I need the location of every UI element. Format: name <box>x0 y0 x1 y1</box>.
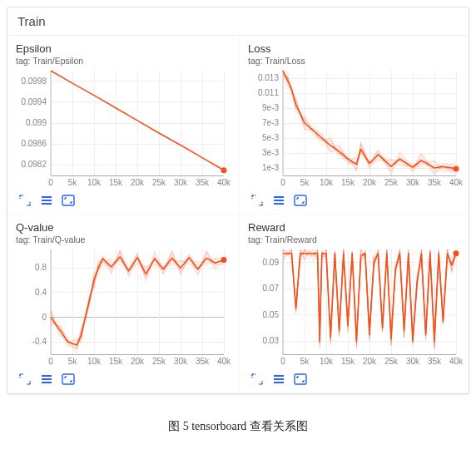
chart-toolbar <box>16 369 231 388</box>
chart-cell-qvalue[interactable]: Q-valuetag: Train/Q-value-0.400.40.805k1… <box>7 215 239 393</box>
svg-text:7e-3: 7e-3 <box>262 118 279 127</box>
svg-text:0.07: 0.07 <box>263 284 280 293</box>
charts-grid: Epsilontag: Train/Epsilon0.09820.09860.0… <box>7 36 469 393</box>
chart-svg: 0.09820.09860.0990.09940.099805k10k15k20… <box>16 66 231 190</box>
svg-point-66 <box>454 165 459 171</box>
svg-text:25k: 25k <box>384 357 399 366</box>
svg-text:0.0998: 0.0998 <box>21 77 47 86</box>
svg-text:35k: 35k <box>196 357 210 366</box>
svg-text:0: 0 <box>280 357 285 366</box>
svg-text:40k: 40k <box>449 357 463 366</box>
svg-text:30k: 30k <box>406 357 420 366</box>
svg-text:10k: 10k <box>320 178 334 187</box>
svg-text:10k: 10k <box>87 178 102 187</box>
fullscreen-icon[interactable] <box>293 373 308 386</box>
chart-svg: -0.400.40.805k10k15k20k25k30k35k40k <box>16 244 231 369</box>
svg-text:5k: 5k <box>300 357 310 366</box>
svg-text:20k: 20k <box>131 357 145 366</box>
svg-text:35k: 35k <box>428 357 442 366</box>
list-icon[interactable] <box>271 194 286 207</box>
chart-title: Q-value <box>16 221 231 234</box>
svg-text:35k: 35k <box>428 178 442 187</box>
chart-toolbar <box>16 190 231 209</box>
svg-text:0.011: 0.011 <box>258 88 279 97</box>
chart-svg: 0.030.050.070.0905k10k15k20k25k30k35k40k <box>248 244 463 369</box>
svg-text:5k: 5k <box>300 178 310 187</box>
train-panel: Train Epsilontag: Train/Epsilon0.09820.0… <box>7 7 469 394</box>
list-icon[interactable] <box>271 373 286 386</box>
chart-svg: 1e-33e-35e-37e-39e-30.0110.01305k10k15k2… <box>248 66 463 190</box>
svg-text:-0.4: -0.4 <box>32 337 47 346</box>
svg-text:3e-3: 3e-3 <box>262 148 279 157</box>
svg-text:30k: 30k <box>174 357 188 366</box>
svg-text:0.0982: 0.0982 <box>21 160 47 169</box>
svg-text:30k: 30k <box>174 178 188 187</box>
svg-rect-97 <box>62 374 74 384</box>
svg-text:10k: 10k <box>87 357 102 366</box>
svg-text:0.099: 0.099 <box>26 118 47 127</box>
chart-title: Reward <box>248 221 463 234</box>
fullscreen-icon[interactable] <box>61 194 76 207</box>
chart-cell-epsilon[interactable]: Epsilontag: Train/Epsilon0.09820.09860.0… <box>7 36 239 215</box>
panel-title: Train <box>7 7 469 36</box>
expand-icon[interactable] <box>17 194 32 207</box>
svg-text:10k: 10k <box>320 357 334 366</box>
svg-text:40k: 40k <box>449 178 463 187</box>
expand-icon[interactable] <box>250 194 265 207</box>
svg-text:40k: 40k <box>217 178 231 187</box>
svg-text:1e-3: 1e-3 <box>262 163 279 172</box>
chart-toolbar <box>248 190 463 209</box>
svg-rect-127 <box>295 374 306 384</box>
svg-text:0.03: 0.03 <box>263 336 280 345</box>
chart-title: Loss <box>248 42 463 55</box>
fullscreen-icon[interactable] <box>293 194 308 207</box>
svg-text:15k: 15k <box>109 178 123 187</box>
svg-text:5k: 5k <box>68 178 78 187</box>
svg-text:0: 0 <box>48 178 53 187</box>
svg-text:35k: 35k <box>196 178 210 187</box>
svg-text:0.013: 0.013 <box>258 73 279 82</box>
svg-text:0.0994: 0.0994 <box>21 97 47 106</box>
svg-text:0.09: 0.09 <box>263 258 280 267</box>
list-icon[interactable] <box>39 194 54 207</box>
svg-text:25k: 25k <box>152 357 166 366</box>
svg-point-126 <box>454 250 459 256</box>
figure-caption: 图 5 tensorboard 查看关系图 <box>0 401 476 446</box>
svg-text:20k: 20k <box>363 178 377 187</box>
svg-point-96 <box>221 257 227 263</box>
svg-text:20k: 20k <box>131 178 145 187</box>
svg-text:25k: 25k <box>152 178 166 187</box>
svg-text:5e-3: 5e-3 <box>262 133 279 142</box>
svg-text:15k: 15k <box>341 178 355 187</box>
svg-text:0.0986: 0.0986 <box>21 139 47 148</box>
fullscreen-icon[interactable] <box>61 373 76 386</box>
list-icon[interactable] <box>39 373 54 386</box>
svg-text:30k: 30k <box>406 178 420 187</box>
svg-point-30 <box>221 167 227 173</box>
svg-text:5k: 5k <box>68 357 78 366</box>
svg-text:25k: 25k <box>384 178 399 187</box>
chart-cell-reward[interactable]: Rewardtag: Train/Reward0.030.050.070.090… <box>239 215 471 393</box>
expand-icon[interactable] <box>250 373 265 386</box>
chart-tag: tag: Train/Loss <box>248 56 463 66</box>
chart-tag: tag: Train/Reward <box>248 234 463 244</box>
svg-text:0.4: 0.4 <box>35 288 47 297</box>
chart-cell-loss[interactable]: Losstag: Train/Loss1e-33e-35e-37e-39e-30… <box>239 36 471 215</box>
svg-text:0.8: 0.8 <box>35 263 47 272</box>
svg-text:0: 0 <box>42 313 47 322</box>
chart-title: Epsilon <box>16 42 231 55</box>
chart-tag: tag: Train/Q-value <box>16 234 231 244</box>
svg-rect-67 <box>295 195 306 205</box>
chart-tag: tag: Train/Epsilon <box>16 56 231 66</box>
svg-text:0: 0 <box>280 178 285 187</box>
svg-text:15k: 15k <box>109 357 123 366</box>
svg-rect-31 <box>62 195 74 205</box>
svg-text:15k: 15k <box>341 357 355 366</box>
svg-text:0.05: 0.05 <box>263 310 280 319</box>
svg-text:40k: 40k <box>217 357 231 366</box>
expand-icon[interactable] <box>17 373 32 386</box>
svg-text:20k: 20k <box>363 357 377 366</box>
svg-text:9e-3: 9e-3 <box>262 103 279 112</box>
svg-text:0: 0 <box>48 357 53 366</box>
chart-toolbar <box>248 369 463 388</box>
